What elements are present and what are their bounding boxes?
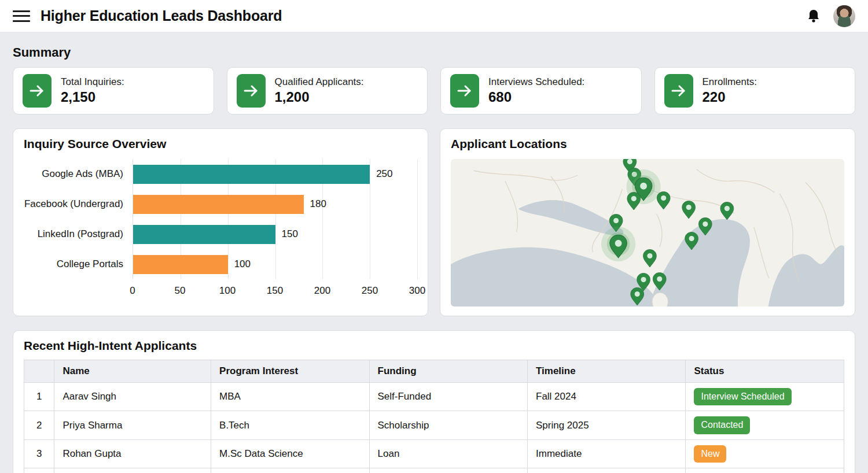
- inquiry-source-bar-chart: Google Ads (MBA)Facebook (Undergrad)Link…: [24, 159, 417, 297]
- applicant-locations-panel: Applicant Locations: [440, 128, 855, 316]
- cell-status: Interview Scheduled: [686, 383, 844, 411]
- table-row[interactable]: 1 Aarav Singh MBA Self-Funded Fall 2024 …: [24, 383, 844, 411]
- cell-program: M.Sc Data Science: [211, 439, 369, 468]
- user-avatar[interactable]: [833, 5, 855, 27]
- map-pin-cluster[interactable]: [601, 227, 635, 261]
- chart-category-label: Google Ads (MBA): [24, 159, 133, 189]
- table-row[interactable]: 3 Rohan Gupta M.Sc Data Science Loan Imm…: [24, 439, 844, 468]
- bar-row: 150: [133, 219, 417, 249]
- summary-heading: Summary: [13, 45, 855, 60]
- arrow-right-icon: [23, 74, 52, 108]
- bar-value-label: 180: [310, 198, 326, 210]
- table-row[interactable]: 2 Priya Sharma B.Tech Scholarship Spring…: [24, 411, 844, 439]
- cell-timeline: Immediate: [528, 439, 686, 468]
- bar-value-label: 150: [282, 228, 298, 240]
- cell-row-number: 1: [24, 383, 54, 411]
- column-header: Program Interest: [211, 360, 369, 383]
- arrow-right-icon: [664, 74, 693, 108]
- summary-card: Interviews Scheduled: 680: [440, 67, 642, 114]
- map-canvas: [451, 159, 844, 306]
- bar-value-label: 100: [234, 258, 251, 270]
- card-value: 1,200: [275, 88, 364, 106]
- column-header-number: [24, 360, 54, 383]
- x-tick-label: 100: [219, 285, 236, 297]
- chart-category-label: LinkedIn (Postgrad): [24, 219, 133, 249]
- cell-status: Application Submitted: [686, 468, 844, 473]
- cell-name: Aarav Singh: [54, 383, 211, 411]
- cell-funding: Scholarship: [369, 411, 527, 439]
- summary-card: Qualified Applicants: 1,200: [227, 67, 428, 114]
- arrow-right-icon: [450, 74, 479, 108]
- column-header: Timeline: [528, 360, 686, 383]
- cell-funding: Loan: [369, 439, 527, 468]
- cell-timeline: Fall 2024: [528, 383, 686, 411]
- bar: [133, 255, 228, 274]
- x-tick-label: 0: [130, 285, 135, 297]
- bar-row: 180: [133, 189, 417, 219]
- summary-card: Total Inquiries: 2,150: [13, 67, 214, 114]
- cell-name: Sneha Patel: [54, 468, 211, 473]
- bar-row: 100: [133, 249, 417, 279]
- bar: [133, 165, 370, 184]
- x-tick-label: 50: [175, 285, 186, 297]
- cell-name: Priya Sharma: [54, 411, 211, 439]
- x-tick-label: 250: [362, 285, 378, 297]
- status-badge: Contacted: [694, 416, 750, 434]
- chart-title: Inquiry Source Overview: [24, 137, 417, 151]
- chart-category-label: College Portals: [24, 249, 133, 279]
- card-value: 220: [703, 88, 757, 106]
- status-badge: Interview Scheduled: [694, 388, 791, 405]
- card-label: Total Inquiries:: [61, 76, 124, 89]
- bar-value-label: 250: [376, 168, 392, 180]
- notification-bell-icon[interactable]: [807, 9, 821, 24]
- dashboard-page: Summary Total Inquiries: 2,150: [0, 32, 868, 473]
- card-value: 680: [488, 88, 584, 106]
- cell-status: New: [686, 439, 844, 468]
- cell-row-number: 4: [24, 468, 54, 473]
- applicants-table: NameProgram InterestFundingTimelineStatu…: [24, 360, 844, 473]
- chart-plot-area: 250180150100: [133, 159, 417, 279]
- cell-name: Rohan Gupta: [54, 439, 211, 468]
- card-label: Enrollments:: [703, 76, 757, 89]
- column-header: Name: [54, 360, 211, 383]
- cell-program: B.Tech: [211, 411, 369, 439]
- page-title: Higher Education Leads Dashboard: [41, 8, 282, 24]
- cell-funding: Self-Funded: [369, 468, 527, 473]
- table-title: Recent High-Intent Applicants: [24, 339, 844, 353]
- arrow-right-icon: [237, 74, 266, 108]
- card-value: 2,150: [61, 88, 124, 106]
- x-tick-label: 150: [267, 285, 283, 297]
- cell-program: MBA: [211, 383, 369, 411]
- status-badge: New: [694, 445, 726, 463]
- chart-x-axis: 050100150200250300: [133, 279, 417, 297]
- chart-category-labels: Google Ads (MBA)Facebook (Undergrad)Link…: [24, 159, 133, 297]
- card-label: Qualified Applicants:: [275, 76, 364, 89]
- bar: [133, 225, 275, 244]
- bar-row: 250: [133, 159, 417, 189]
- location-map[interactable]: [451, 159, 844, 306]
- column-header: Funding: [369, 360, 527, 383]
- x-tick-label: 300: [409, 285, 425, 297]
- cell-timeline: Fall 2024: [528, 468, 686, 473]
- cell-funding: Self-Funded: [369, 383, 527, 411]
- inquiry-source-panel: Inquiry Source Overview Google Ads (MBA)…: [13, 128, 428, 316]
- map-title: Applicant Locations: [451, 137, 844, 151]
- table-header-row: NameProgram InterestFundingTimelineStatu…: [24, 360, 844, 383]
- hamburger-menu-icon[interactable]: [13, 9, 30, 23]
- table-row[interactable]: 4 Sneha Patel BBA Self-Funded Fall 2024 …: [24, 468, 844, 473]
- recent-applicants-panel: Recent High-Intent Applicants NameProgra…: [13, 330, 855, 473]
- bar: [133, 195, 304, 214]
- cell-timeline: Spring 2025: [528, 411, 686, 439]
- x-tick-label: 200: [314, 285, 330, 297]
- column-header: Status: [686, 360, 844, 383]
- cell-row-number: 3: [24, 439, 54, 468]
- top-bar: Higher Education Leads Dashboard: [0, 0, 868, 32]
- card-label: Interviews Scheduled:: [488, 76, 584, 89]
- chart-category-label: Facebook (Undergrad): [24, 189, 133, 219]
- cell-status: Contacted: [686, 411, 844, 439]
- summary-cards-row: Total Inquiries: 2,150 Qualified Applica…: [13, 67, 855, 114]
- cell-program: BBA: [211, 468, 369, 473]
- cell-row-number: 2: [24, 411, 54, 439]
- summary-card: Enrollments: 220: [654, 67, 856, 114]
- gridline: [417, 159, 418, 279]
